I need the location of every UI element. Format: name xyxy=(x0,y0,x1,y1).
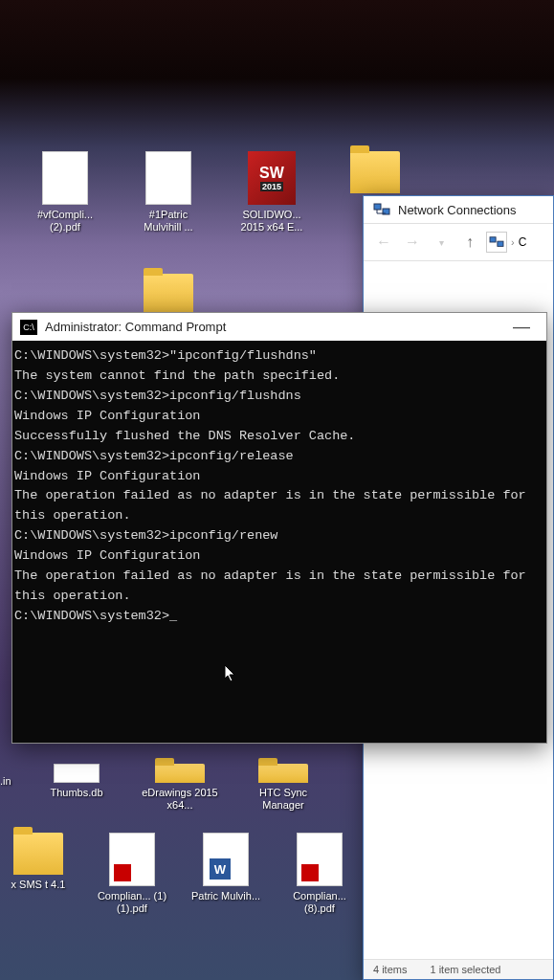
desktop-icon-complian8[interactable]: Complian... (8).pdf xyxy=(281,833,358,915)
svg-rect-0 xyxy=(374,204,381,210)
desktop-icon-patric-word[interactable]: Patric Mulvih... xyxy=(188,833,264,915)
breadcrumb-separator: › xyxy=(511,236,515,248)
document-icon xyxy=(145,151,191,205)
desktop-row-1: #vfCompli... (2).pdf #1Patric Mulvihill … xyxy=(27,151,413,234)
folder-icon xyxy=(13,833,63,875)
status-selected-count: 1 item selected xyxy=(430,964,500,975)
cmd-output-line: The system cannot find the path specifie… xyxy=(14,367,543,387)
svg-rect-4 xyxy=(490,237,496,242)
breadcrumb-root-icon[interactable] xyxy=(486,232,507,253)
cmd-output-line: this operation. xyxy=(14,506,543,526)
nav-forward-button[interactable]: → xyxy=(400,230,425,255)
sw-text: SW xyxy=(259,165,284,182)
icon-label: #vfCompli... (2).pdf xyxy=(27,209,103,234)
icon-label: eDrawings 2015 x64... xyxy=(142,787,218,812)
file-icon xyxy=(54,764,100,783)
cmd-output-line: Successfully flushed the DNS Resolver Ca… xyxy=(14,427,543,447)
cmd-output-line: this operation. xyxy=(14,587,543,607)
cmd-terminal-area[interactable]: C:\WINDOWS\system32>"ipconfig/flushdns"T… xyxy=(12,341,546,743)
explorer-statusbar: 4 items 1 item selected xyxy=(364,959,553,979)
nav-recent-dropdown[interactable]: ▾ xyxy=(429,230,454,255)
desktop-icon-thumbsdb[interactable]: Thumbs.db xyxy=(38,764,115,812)
breadcrumb-item[interactable]: C xyxy=(519,235,527,249)
cmd-output-line: Windows IP Configuration xyxy=(14,407,543,427)
folder-icon xyxy=(144,274,193,316)
cmd-output-line: C:\WINDOWS\system32>"ipconfig/flushdns" xyxy=(14,346,543,367)
folder-icon xyxy=(258,764,308,783)
icon-label: SOLIDWO... 2015 x64 E... xyxy=(233,209,310,234)
cmd-output-line: The operation failed as no adapter is in… xyxy=(14,486,543,506)
desktop-row-4: x SMS t 4.1 Complian... (1) (1).pdf Patr… xyxy=(0,833,358,915)
desktop-icon-complian1[interactable]: Complian... (1) (1).pdf xyxy=(94,833,170,915)
cmd-output-line: C:\WINDOWS\system32>ipconfig/renew xyxy=(14,526,543,546)
network-connections-icon xyxy=(373,202,390,217)
icon-label: Thumbs.db xyxy=(50,787,102,799)
cmd-titlebar[interactable]: C:\ Administrator: Command Prompt — xyxy=(12,313,546,341)
icon-label: Complian... (8).pdf xyxy=(281,890,358,915)
cmd-output-line: C:\WINDOWS\system32>ipconfig/release xyxy=(14,447,543,467)
explorer-titlebar[interactable]: Network Connections xyxy=(364,196,553,223)
cmd-output-line: Windows IP Configuration xyxy=(14,546,543,567)
solidworks-icon: SW 2015 xyxy=(248,151,296,205)
cmd-title-text: Administrator: Command Prompt xyxy=(45,320,497,334)
explorer-title-text: Network Connections xyxy=(398,203,517,217)
cmd-output-line: C:\WINDOWS\system32>_ xyxy=(14,607,543,627)
desktop-icon-solidworks[interactable]: SW 2015 SOLIDWO... 2015 x64 E... xyxy=(233,151,310,234)
desktop-icon-vfcompli[interactable]: #vfCompli... (2).pdf xyxy=(27,151,103,234)
icon-label: #1Patric Mulvihill ... xyxy=(130,209,207,234)
desktop-icon-sms[interactable]: x SMS t 4.1 xyxy=(0,833,77,915)
pdf-icon xyxy=(297,833,343,886)
sw-year: 2015 xyxy=(260,182,283,191)
nav-back-button[interactable]: ← xyxy=(371,230,396,255)
folder-icon xyxy=(350,151,400,193)
svg-rect-5 xyxy=(498,241,503,246)
minimize-button[interactable]: — xyxy=(504,317,539,337)
icon-label: Complian... (1) (1).pdf xyxy=(94,890,170,915)
explorer-navbar: ← → ▾ ↑ › C xyxy=(364,223,553,261)
desktop-icon-htcsync[interactable]: HTC Sync Manager xyxy=(245,764,321,812)
left-edge-label: .in xyxy=(0,775,11,787)
document-icon xyxy=(42,151,88,205)
icon-label: HTC Sync Manager xyxy=(245,787,321,812)
nav-up-button[interactable]: ↑ xyxy=(457,230,482,255)
status-item-count: 4 items xyxy=(373,964,407,975)
desktop-row-3: Thumbs.db eDrawings 2015 x64... HTC Sync… xyxy=(38,764,321,812)
icon-label: x SMS t 4.1 xyxy=(11,879,66,891)
folder-icon xyxy=(155,764,205,783)
cmd-output-line: Windows IP Configuration xyxy=(14,467,543,487)
desktop-icon-edrawings[interactable]: eDrawings 2015 x64... xyxy=(142,764,218,812)
cmd-output-line: C:\WINDOWS\system32>ipconfig/flushdns xyxy=(14,387,543,407)
pdf-icon xyxy=(109,833,155,886)
cmd-output-line: The operation failed as no adapter is in… xyxy=(14,567,543,587)
command-prompt-window[interactable]: C:\ Administrator: Command Prompt — C:\W… xyxy=(11,312,547,744)
desktop-icon-patric[interactable]: #1Patric Mulvihill ... xyxy=(130,151,207,234)
cmd-icon: C:\ xyxy=(20,320,37,335)
word-icon xyxy=(203,833,249,886)
icon-label: Patric Mulvih... xyxy=(191,890,260,902)
